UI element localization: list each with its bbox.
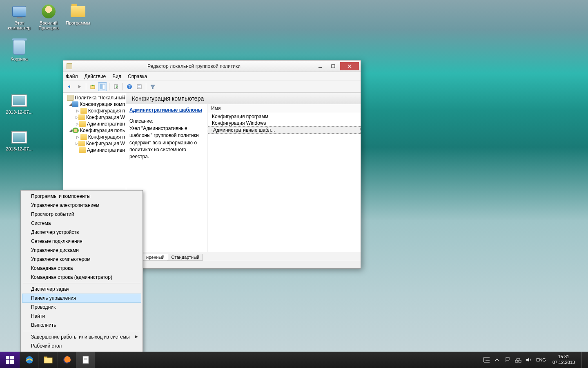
taskbar-explorer[interactable] bbox=[38, 352, 57, 368]
column-header-name[interactable]: Имя bbox=[208, 104, 361, 113]
tree-item[interactable]: ▷Конфигурация W bbox=[63, 140, 126, 147]
menu-help[interactable]: Справка bbox=[128, 74, 147, 79]
tree-computer-config[interactable]: ◢Конфигурация комп bbox=[63, 101, 126, 108]
document-icon bbox=[82, 355, 90, 364]
subheading[interactable]: Административные шаблоны bbox=[129, 107, 204, 114]
desktop-icon-user[interactable]: Василий Прохоров bbox=[33, 3, 64, 30]
taskbar: ENG 15:31 07.12.2013 bbox=[0, 352, 588, 368]
description-label: Описание: bbox=[129, 118, 204, 125]
show-tree-button[interactable] bbox=[98, 82, 107, 91]
ctx-system[interactable]: Система bbox=[22, 219, 141, 228]
ctx-power-options[interactable]: Управление электропитанием bbox=[22, 201, 141, 210]
pane-title: Конфигурация компьютера bbox=[132, 95, 204, 102]
desktop-icon-programs[interactable]: Программы bbox=[63, 3, 93, 25]
taskbar-gpedit[interactable] bbox=[76, 352, 95, 368]
folder-icon bbox=[79, 121, 86, 127]
back-button[interactable] bbox=[65, 82, 74, 91]
ctx-computer-management[interactable]: Управление компьютером bbox=[22, 255, 141, 264]
ctx-cmd[interactable]: Командная строка bbox=[22, 264, 141, 273]
tree-item[interactable]: ▷Конфигурация W bbox=[63, 114, 126, 121]
desktop-icon-recycle-bin[interactable]: Корзина bbox=[4, 39, 34, 61]
desktop-icon-label: Этот компьютер bbox=[8, 20, 30, 30]
desktop-icon-screenshot2[interactable]: 2013-12-07... bbox=[4, 129, 34, 151]
system-tray: ENG 15:31 07.12.2013 bbox=[483, 352, 588, 368]
tree-item[interactable]: ▷Конфигурация п bbox=[63, 108, 126, 114]
close-button[interactable] bbox=[340, 62, 359, 70]
desktop-icon-computer[interactable]: Этот компьютер bbox=[4, 3, 34, 30]
list-item-selected[interactable]: Административные шабл... bbox=[208, 126, 361, 134]
date: 07.12.2013 bbox=[552, 360, 575, 366]
ctx-shutdown[interactable]: Завершение работы или выход из системы▶ bbox=[22, 332, 141, 341]
menu-action[interactable]: Действие bbox=[85, 74, 106, 79]
tree-item[interactable]: Административн bbox=[63, 147, 126, 153]
export-button[interactable] bbox=[111, 82, 120, 91]
maximize-button[interactable] bbox=[327, 62, 339, 70]
ctx-device-manager[interactable]: Диспетчер устройств bbox=[22, 228, 141, 237]
folder-icon bbox=[80, 134, 87, 140]
ctx-desktop[interactable]: Рабочий стол bbox=[22, 341, 141, 350]
pane-header: Конфигурация компьютера bbox=[126, 93, 361, 104]
tree-root[interactable]: Политика "Локальный bbox=[63, 94, 126, 101]
folder-icon bbox=[80, 108, 87, 114]
firefox-icon bbox=[62, 355, 72, 365]
volume-icon[interactable] bbox=[526, 357, 532, 363]
desktop-icon-label: 2013-12-07... bbox=[6, 110, 32, 114]
svg-rect-27 bbox=[515, 360, 518, 362]
list-item[interactable]: Конфигурация программ bbox=[208, 113, 361, 120]
ctx-programs-features[interactable]: Программы и компоненты bbox=[22, 192, 141, 201]
clock[interactable]: 15:31 07.12.2013 bbox=[552, 354, 575, 366]
ctx-search[interactable]: Найти bbox=[22, 312, 141, 321]
ctx-event-viewer[interactable]: Просмотр событий bbox=[22, 210, 141, 219]
folder-icon bbox=[78, 141, 85, 146]
user-icon bbox=[42, 4, 56, 18]
image-file-icon bbox=[11, 131, 27, 144]
svg-rect-14 bbox=[44, 358, 52, 363]
menu-view[interactable]: Вид bbox=[112, 74, 121, 79]
minimize-button[interactable] bbox=[314, 62, 326, 70]
up-button[interactable] bbox=[88, 82, 97, 91]
ctx-explorer[interactable]: Проводник bbox=[22, 303, 141, 312]
tree-item[interactable]: ▷Административн bbox=[63, 121, 126, 127]
ctx-network-connections[interactable]: Сетевые подключения bbox=[22, 237, 141, 246]
action-center-icon[interactable] bbox=[504, 357, 511, 363]
svg-rect-5 bbox=[100, 84, 102, 89]
ctx-task-manager[interactable]: Диспетчер задач bbox=[22, 285, 141, 294]
submenu-arrow-icon: ▶ bbox=[135, 334, 138, 339]
help-button[interactable]: ? bbox=[125, 82, 134, 91]
window-title: Редактор локальной групповой политики bbox=[75, 63, 313, 69]
description-text: Узел "Административные шаблоны" группово… bbox=[129, 125, 204, 161]
ctx-disk-management[interactable]: Управление дисками bbox=[22, 246, 141, 255]
language-indicator[interactable]: ENG bbox=[536, 357, 546, 362]
desktop-icon-label: 2013-12-07... bbox=[6, 146, 32, 151]
tray-expand-icon[interactable] bbox=[494, 357, 500, 363]
folder-icon bbox=[78, 114, 85, 120]
desktop-icon-screenshot1[interactable]: 2013-12-07... bbox=[4, 92, 34, 114]
taskbar-ie[interactable] bbox=[20, 352, 38, 368]
filter-button[interactable] bbox=[148, 82, 157, 91]
tree-item[interactable]: ▷Конфигурация п bbox=[63, 134, 126, 140]
properties-button[interactable] bbox=[135, 82, 144, 91]
keyboard-icon[interactable] bbox=[483, 357, 490, 363]
folder-icon bbox=[79, 147, 86, 153]
tab-standard[interactable]: Стандартный bbox=[168, 254, 203, 261]
start-button[interactable] bbox=[0, 352, 20, 368]
menu-file[interactable]: Файл bbox=[66, 74, 78, 79]
show-desktop-button[interactable] bbox=[581, 352, 585, 368]
taskbar-firefox[interactable] bbox=[57, 352, 76, 368]
ctx-control-panel[interactable]: Панель управления bbox=[22, 294, 141, 303]
network-icon[interactable] bbox=[515, 357, 521, 363]
ctx-run[interactable]: Выполнить bbox=[22, 321, 141, 330]
svg-rect-1 bbox=[332, 65, 335, 68]
ctx-cmd-admin[interactable]: Командная строка (администратор) bbox=[22, 273, 141, 282]
svg-rect-4 bbox=[91, 85, 95, 89]
tab-extended[interactable]: иренный bbox=[143, 254, 168, 261]
winx-menu: Программы и компоненты Управление электр… bbox=[20, 190, 143, 352]
ie-icon bbox=[24, 355, 34, 365]
list-panel: Имя Конфигурация программ Конфигурация W… bbox=[208, 104, 361, 252]
separator bbox=[23, 283, 140, 283]
tree-user-config[interactable]: ◢Конфигурация поль bbox=[63, 127, 126, 134]
titlebar[interactable]: Редактор локальной групповой политики bbox=[63, 61, 361, 72]
list-item[interactable]: Конфигурация Windows bbox=[208, 120, 361, 126]
desktop-icon-label: Василий Прохоров bbox=[38, 20, 59, 30]
forward-button[interactable] bbox=[75, 82, 84, 91]
